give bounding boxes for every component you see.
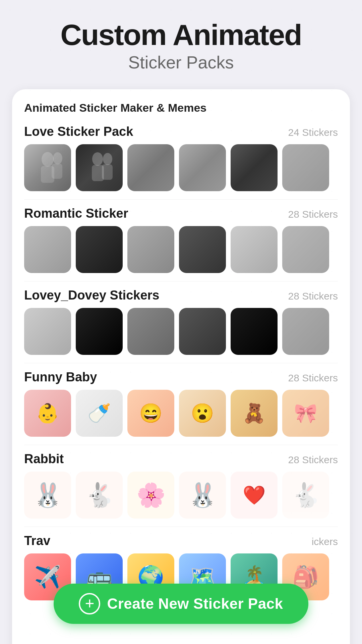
- sticker-thumb[interactable]: 😄: [127, 390, 174, 437]
- pack-romantic-name: Romantic Sticker: [24, 206, 128, 221]
- svg-point-0: [42, 152, 54, 167]
- pack-rabbit-count: 28 Stickers: [288, 454, 338, 466]
- pack-love: Love Sticker Pack 24 Stickers: [12, 124, 350, 191]
- sticker-thumb[interactable]: ❤️: [231, 472, 278, 519]
- divider: [24, 363, 338, 363]
- sticker-thumb[interactable]: [76, 226, 123, 273]
- sticker-thumb[interactable]: [127, 308, 174, 355]
- sticker-thumb[interactable]: 🐇: [76, 472, 123, 519]
- pack-rabbit: Rabbit 28 Stickers 🐰 🐇 🌸 🐰 ❤️ 🐇: [12, 452, 350, 519]
- svg-point-2: [53, 152, 62, 164]
- pack-lovey: Lovey_Dovey Stickers 28 Stickers: [12, 288, 350, 355]
- sticker-thumb[interactable]: [231, 226, 278, 273]
- divider: [24, 199, 338, 200]
- sticker-thumb[interactable]: [231, 308, 278, 355]
- sticker-thumb[interactable]: [179, 144, 226, 191]
- pack-baby-name: Funny Baby: [24, 370, 97, 384]
- pack-travel-name: Trav: [24, 534, 50, 548]
- sticker-thumb[interactable]: [76, 308, 123, 355]
- pack-love-name: Love Sticker Pack: [24, 124, 133, 139]
- main-card: Animated Sticker Maker & Memes Love Stic…: [12, 89, 350, 644]
- pack-baby-count: 28 Stickers: [288, 372, 338, 384]
- sticker-thumb[interactable]: [76, 144, 123, 191]
- pack-lovey-name: Lovey_Dovey Stickers: [24, 288, 159, 303]
- pack-baby-row[interactable]: 👶 🍼 😄 😮: [12, 390, 350, 437]
- app-header: Custom Animated Sticker Packs: [0, 0, 362, 83]
- plus-circle-icon: [79, 593, 100, 614]
- pack-love-count: 24 Stickers: [288, 127, 338, 138]
- divider: [24, 281, 338, 281]
- pack-lovey-count: 28 Stickers: [288, 290, 338, 302]
- pack-rabbit-name: Rabbit: [24, 452, 64, 466]
- sticker-thumb[interactable]: [127, 144, 174, 191]
- pack-love-row[interactable]: [12, 144, 350, 191]
- sticker-thumb[interactable]: 🐰: [24, 472, 71, 519]
- pack-baby: Funny Baby 28 Stickers 👶 🍼 😄: [12, 370, 350, 437]
- sticker-thumb[interactable]: 😮: [179, 390, 226, 437]
- sticker-thumb[interactable]: [24, 226, 71, 273]
- pack-romantic-count: 28 Stickers: [288, 209, 338, 220]
- sticker-thumb[interactable]: [282, 308, 329, 355]
- sticker-thumb[interactable]: 🧸: [231, 390, 278, 437]
- sticker-thumb[interactable]: 🎀: [282, 390, 329, 437]
- create-button-wrapper: Create New Sticker Pack: [54, 584, 308, 624]
- create-button-label: Create New Sticker Pack: [107, 595, 283, 612]
- sticker-thumb[interactable]: 🌸: [127, 472, 174, 519]
- pack-romantic-row[interactable]: [12, 226, 350, 273]
- pack-romantic: Romantic Sticker 28 Stickers: [12, 206, 350, 273]
- sticker-thumb[interactable]: [24, 144, 71, 191]
- page-title-line2: Sticker Packs: [13, 52, 349, 72]
- svg-rect-7: [102, 164, 113, 180]
- sticker-thumb[interactable]: 🐇: [282, 472, 329, 519]
- svg-rect-3: [52, 164, 62, 179]
- svg-point-4: [92, 152, 103, 166]
- pack-lovey-row[interactable]: [12, 308, 350, 355]
- sticker-thumb[interactable]: [127, 226, 174, 273]
- sticker-thumb[interactable]: [231, 144, 278, 191]
- app-title: Animated Sticker Maker & Memes: [12, 101, 350, 124]
- sticker-thumb[interactable]: [179, 226, 226, 273]
- sticker-thumb[interactable]: [24, 308, 71, 355]
- sticker-thumb[interactable]: [179, 308, 226, 355]
- svg-point-6: [103, 153, 112, 165]
- sticker-thumb[interactable]: 🍼: [76, 390, 123, 437]
- divider: [24, 445, 338, 445]
- page-title-line1: Custom Animated: [13, 20, 349, 50]
- pack-rabbit-row[interactable]: 🐰 🐇 🌸 🐰 ❤️ 🐇: [12, 472, 350, 519]
- sticker-thumb[interactable]: [282, 226, 329, 273]
- pack-travel-count: ickers: [312, 536, 338, 547]
- divider: [24, 527, 338, 527]
- sticker-thumb[interactable]: 🐰: [179, 472, 226, 519]
- create-new-sticker-pack-button[interactable]: Create New Sticker Pack: [54, 584, 308, 624]
- sticker-thumb[interactable]: 👶: [24, 390, 71, 437]
- sticker-thumb[interactable]: [282, 144, 329, 191]
